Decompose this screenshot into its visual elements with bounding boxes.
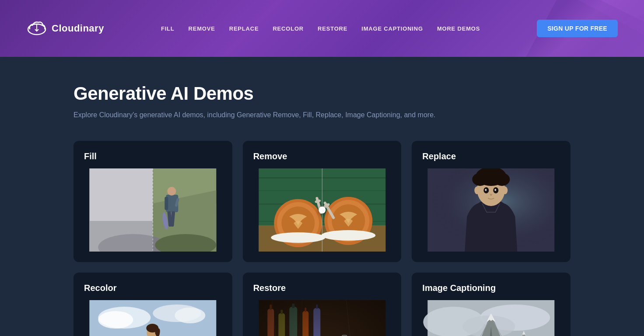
card-captioning-title: Image Captioning: [422, 283, 560, 293]
card-recolor-image: [84, 300, 222, 336]
demo-card-image-captioning[interactable]: Image Captioning: [412, 273, 570, 336]
main-content: Generative AI Demos Explore Cloudinary's…: [0, 57, 644, 336]
remove-image-svg: [253, 168, 391, 252]
demo-card-replace[interactable]: Replace: [412, 141, 570, 262]
svg-point-56: [475, 186, 480, 194]
replace-image-svg: [422, 168, 560, 252]
svg-point-60: [98, 311, 133, 329]
svg-point-57: [503, 186, 508, 194]
card-restore-image: [253, 300, 391, 336]
svg-point-55: [495, 189, 497, 191]
nav-more-demos[interactable]: MORE DEMOS: [437, 25, 480, 32]
svg-rect-94: [259, 300, 385, 336]
main-nav: FILL REMOVE REPLACE RECOLOR RESTORE IMAG…: [161, 25, 480, 32]
card-recolor-title: Recolor: [84, 283, 222, 293]
cloudinary-logo-icon: [26, 21, 47, 36]
svg-rect-15: [164, 197, 168, 210]
nav-remove[interactable]: REMOVE: [189, 25, 215, 32]
demo-card-fill[interactable]: Fill: [74, 141, 232, 262]
demo-card-remove[interactable]: Remove: [243, 141, 402, 262]
card-fill-title: Fill: [84, 151, 222, 161]
svg-point-62: [175, 308, 205, 323]
card-replace-title: Replace: [422, 151, 560, 161]
card-captioning-image: [422, 300, 560, 336]
logo-text: Cloudinary: [52, 23, 104, 34]
svg-marker-2: [600, 0, 644, 22]
svg-point-5: [32, 24, 33, 26]
signup-button[interactable]: SIGN UP FOR FREE: [537, 20, 618, 37]
demo-card-restore[interactable]: Restore: [243, 273, 402, 336]
header: Cloudinary FILL REMOVE REPLACE RECOLOR R…: [0, 0, 644, 57]
demos-grid: Fill: [74, 141, 570, 336]
captioning-image-svg: [422, 300, 560, 336]
nav-restore[interactable]: RESTORE: [318, 25, 347, 32]
page-subtitle: Explore Cloudinary's generative AI demos…: [74, 111, 570, 119]
svg-point-66: [146, 324, 158, 332]
card-fill-image: [84, 168, 222, 252]
nav-replace[interactable]: REPLACE: [229, 25, 259, 32]
logo[interactable]: Cloudinary: [26, 21, 104, 36]
nav-fill[interactable]: FILL: [161, 25, 175, 32]
svg-point-16: [167, 187, 176, 196]
recolor-image-svg: [84, 300, 222, 336]
card-restore-title: Restore: [253, 283, 391, 293]
restore-image-svg: [253, 300, 391, 336]
nav-recolor[interactable]: RECOLOR: [273, 25, 304, 32]
svg-rect-21: [89, 168, 153, 252]
card-replace-image: [422, 168, 560, 252]
card-remove-image: [253, 168, 391, 252]
demo-card-recolor[interactable]: Recolor: [74, 273, 232, 336]
fill-image-svg: [84, 168, 222, 252]
nav-image-captioning[interactable]: IMAGE CAPTIONING: [361, 25, 423, 32]
card-remove-title: Remove: [253, 151, 391, 161]
page-title: Generative AI Demos: [74, 83, 570, 104]
svg-point-33: [271, 232, 325, 243]
svg-point-54: [485, 189, 487, 191]
svg-point-37: [321, 230, 375, 241]
